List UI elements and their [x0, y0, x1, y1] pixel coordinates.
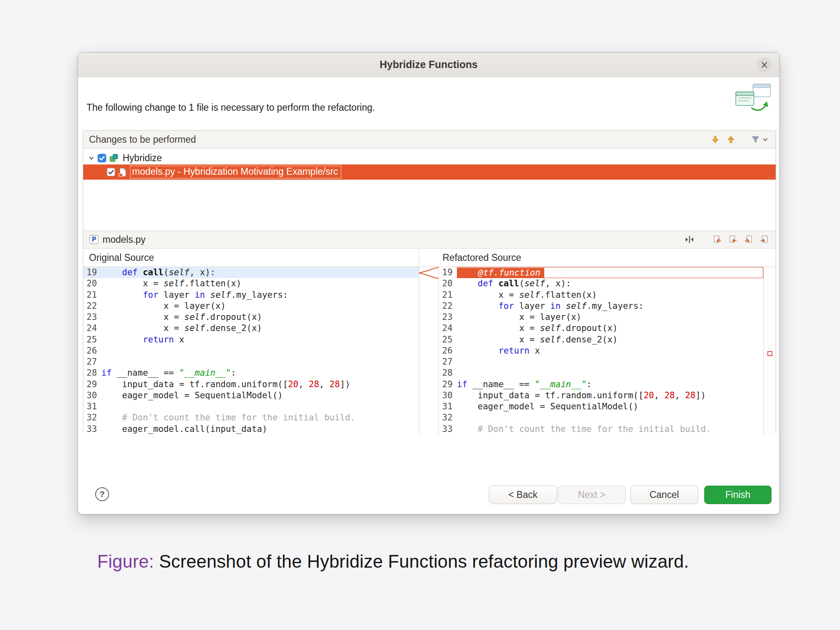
code-line: 27 [83, 356, 419, 368]
code-line: 33 # Don't count the time for the initia… [439, 424, 763, 435]
close-button[interactable]: × [757, 57, 772, 73]
next-button[interactable]: Next > [558, 486, 625, 504]
tree-row-hybridize[interactable]: Hybridize [83, 151, 776, 164]
pane-headers: Original Source Refactored Source [83, 249, 776, 267]
line-number: 21 [83, 290, 101, 301]
line-number: 24 [439, 323, 457, 334]
line-number: 23 [83, 312, 101, 323]
figure-caption-text: Screenshot of the Hybridize Functions re… [154, 551, 689, 571]
code-text: def call(self, x): [457, 278, 763, 289]
line-number: 25 [83, 334, 101, 345]
code-text: for layer in self.my_layers: [457, 301, 763, 312]
code-line: 28 [439, 368, 763, 379]
copy-all-left-to-right-icon[interactable] [744, 235, 753, 244]
line-number: 21 [439, 290, 457, 301]
code-line: 29if __name__ == "__main__": [439, 379, 763, 390]
composite-change-icon [109, 153, 119, 163]
wizard-banner: The following change to 1 file is necess… [78, 78, 779, 130]
code-text: # Don't count the time for the initial b… [101, 412, 419, 423]
code-line: 27 [439, 356, 763, 368]
line-number: 30 [439, 390, 457, 401]
code-text: return x [457, 345, 763, 356]
figure-caption: Figure: Screenshot of the Hybridize Func… [97, 551, 689, 572]
code-text: eager_model = SequentialModel() [101, 390, 419, 401]
line-number: 23 [439, 312, 457, 323]
python-file-icon: P [89, 235, 99, 244]
filter-menu-chevron-icon[interactable] [762, 136, 769, 143]
line-number: 32 [83, 412, 101, 423]
help-button[interactable]: ? [95, 487, 109, 501]
change-marker[interactable] [767, 351, 772, 356]
svg-text:P: P [91, 236, 96, 243]
copy-current-right-to-left-icon[interactable] [728, 235, 738, 244]
refactoring-wizard-icon [732, 81, 774, 117]
line-number: 22 [83, 301, 101, 312]
file-change-icon [119, 168, 127, 177]
code-line: 31 eager_model = SequentialModel() [439, 401, 763, 412]
code-text: @tf.function [457, 267, 763, 278]
code-text: x = layer(x) [457, 312, 763, 323]
line-number: 27 [439, 356, 457, 368]
cancel-button[interactable]: Cancel [630, 486, 698, 504]
original-source-editor[interactable]: 19 def call(self, x):20 x = self.flatten… [83, 267, 419, 435]
code-line: 22 x = layer(x) [83, 301, 419, 312]
changes-header-label: Changes to be performed [89, 134, 196, 145]
copy-all-right-to-left-icon[interactable] [712, 235, 722, 244]
code-text: x = self.flatten(x) [457, 290, 763, 301]
code-text [101, 401, 419, 412]
line-number: 26 [439, 345, 457, 356]
code-text: return x [101, 334, 419, 345]
filter-changes-icon[interactable] [751, 135, 760, 144]
tree-item-label: Hybridize [123, 153, 162, 164]
expander-chevron-icon[interactable] [88, 155, 95, 161]
swap-left-right-icon[interactable] [685, 235, 694, 244]
code-text: input_data = tf.random.uniform([20, 28, … [457, 390, 763, 401]
changes-tree: Hybridize models.py - Hybridization Moti… [83, 151, 776, 231]
line-number: 25 [439, 334, 457, 345]
code-line: 29 input_data = tf.random.uniform([20, 2… [83, 379, 419, 390]
line-number: 31 [439, 401, 457, 412]
line-number: 22 [439, 301, 457, 312]
tree-row-models-py[interactable]: models.py - Hybridization Motivating Exa… [83, 164, 776, 180]
code-text: if __name__ == "__main__": [101, 368, 419, 379]
code-line: 25 return x [83, 334, 419, 345]
hybridize-functions-dialog: Hybridize Functions × The following chan… [78, 52, 780, 514]
code-text: input_data = tf.random.uniform([20, 28, … [101, 379, 419, 390]
code-text [101, 345, 419, 356]
code-text [457, 368, 763, 379]
overview-ruler[interactable] [764, 267, 776, 435]
line-number: 26 [83, 345, 101, 356]
code-line: 26 return x [439, 345, 763, 356]
previous-change-icon[interactable] [726, 135, 735, 144]
code-text [457, 412, 763, 423]
code-text: eager_model = SequentialModel() [457, 401, 763, 412]
code-line: 24 x = self.dense_2(x) [83, 323, 419, 334]
models-py-checkbox[interactable] [107, 168, 115, 176]
code-line: 20 def call(self, x): [439, 278, 763, 289]
code-text: x = self.dropout(x) [101, 312, 419, 323]
code-line: 32 [439, 412, 763, 423]
code-text [457, 356, 763, 368]
back-button[interactable]: < Back [489, 486, 557, 504]
refactored-source-editor[interactable]: 19 @tf.function20 def call(self, x):21 x… [438, 267, 764, 435]
line-number: 27 [83, 356, 101, 368]
next-change-icon[interactable] [711, 135, 720, 144]
code-text: x = self.dropout(x) [457, 323, 763, 334]
code-text [101, 356, 419, 368]
code-line: 20 x = self.flatten(x) [83, 278, 419, 289]
code-line: 32 # Don't count the time for the initia… [83, 412, 419, 423]
line-number: 20 [439, 278, 457, 289]
line-number: 33 [83, 424, 101, 435]
code-line: 30 input_data = tf.random.uniform([20, 2… [439, 390, 763, 401]
code-line: 19 @tf.function [439, 267, 763, 278]
figure-caption-prefix: Figure: [97, 551, 154, 571]
code-text: x = self.dense_2(x) [457, 334, 763, 345]
copy-current-left-to-right-icon[interactable] [759, 235, 769, 244]
hybridize-checkbox[interactable] [97, 153, 107, 163]
code-text: for layer in self.my_layers: [101, 290, 419, 301]
finish-button[interactable]: Finish [704, 486, 772, 504]
code-line: 22 for layer in self.my_layers: [439, 301, 763, 312]
code-text: def call(self, x): [101, 267, 419, 278]
code-line: 30 eager_model = SequentialModel() [83, 390, 419, 401]
line-number: 29 [83, 379, 101, 390]
